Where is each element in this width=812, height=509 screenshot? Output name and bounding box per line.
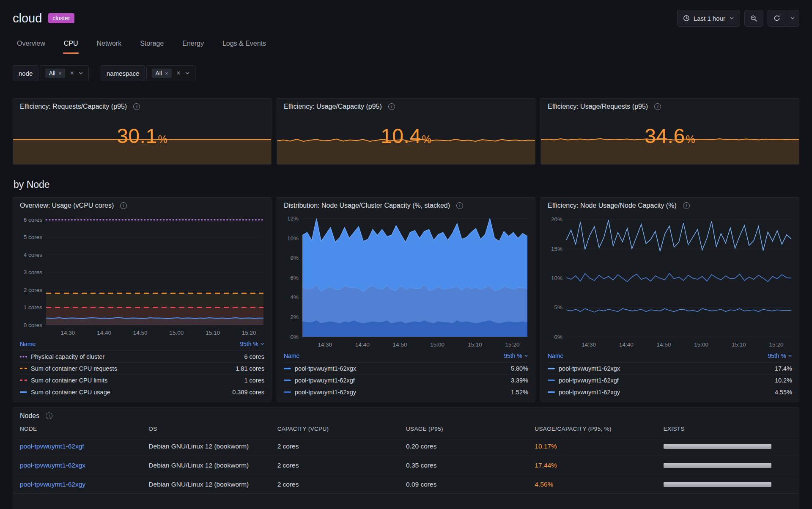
chart-panel: Efficiency: Node Usage/Node Capacity (%)… xyxy=(540,197,799,402)
svg-text:14:50: 14:50 xyxy=(393,341,407,348)
os-cell: Debian GNU/Linux 12 (bookworm) xyxy=(148,462,277,469)
series-value: 3.39% xyxy=(511,377,528,384)
series-name: Sum of container CPU usage xyxy=(31,389,110,396)
filter-value-box[interactable]: All× × xyxy=(146,65,195,81)
panel-title[interactable]: Nodes xyxy=(20,412,39,420)
info-icon[interactable]: i xyxy=(133,103,140,110)
legend-item[interactable]: pool-tpvwuymt1-62xgy 1.52% xyxy=(284,386,528,398)
series-name: pool-tpvwuymt1-62xgf xyxy=(295,377,355,384)
stat-value: 10.4% xyxy=(277,124,535,148)
info-icon[interactable]: i xyxy=(456,202,463,209)
filter-label[interactable]: node xyxy=(13,65,38,81)
tab-overview[interactable]: Overview xyxy=(16,35,46,54)
series-swatch xyxy=(548,391,555,393)
node-link[interactable]: pool-tpvwuymt1-62xgy xyxy=(20,481,85,488)
svg-text:14:30: 14:30 xyxy=(582,341,596,348)
clear-filter-icon[interactable]: × xyxy=(177,69,181,77)
filter-value-box[interactable]: All× × xyxy=(40,65,89,81)
overview-usage-chart[interactable]: 0 cores1 cores2 cores3 cores4 cores5 cor… xyxy=(15,210,269,338)
info-icon[interactable]: i xyxy=(46,413,52,419)
series-swatch xyxy=(20,391,27,393)
column-header[interactable]: NODE xyxy=(20,426,148,432)
panel-title[interactable]: Distribution: Node Usage/Cluster Capacit… xyxy=(284,202,450,209)
legend-sort-value[interactable]: 95th % xyxy=(240,341,264,347)
legend-sort-name[interactable]: Name xyxy=(20,341,36,347)
legend-sort-name[interactable]: Name xyxy=(548,352,563,359)
legend-item[interactable]: Sum of container CPU requests 1.81 cores xyxy=(20,362,264,374)
legend-sort-name[interactable]: Name xyxy=(284,352,299,359)
legend-item[interactable]: Physical capacity of cluster 6 cores xyxy=(20,350,264,362)
panel-title[interactable]: Efficiency: Requests/Capacity (p95) xyxy=(20,103,127,110)
refresh-interval-dropdown[interactable] xyxy=(786,10,799,27)
svg-text:14:30: 14:30 xyxy=(61,330,75,336)
info-icon[interactable]: i xyxy=(683,202,690,209)
legend-item[interactable]: pool-tpvwuymt1-62xgy 4.55% xyxy=(548,386,792,398)
svg-text:14:40: 14:40 xyxy=(355,341,370,348)
column-header[interactable]: CAPACITY (VCPU) xyxy=(277,426,406,432)
info-icon[interactable]: i xyxy=(654,103,661,110)
filter-tag[interactable]: All× xyxy=(152,69,171,78)
series-swatch xyxy=(548,380,555,381)
refresh-button[interactable] xyxy=(768,10,786,27)
tab-cpu[interactable]: CPU xyxy=(63,35,79,54)
legend-sort-value[interactable]: 95th % xyxy=(768,352,792,359)
column-header[interactable]: OS xyxy=(148,426,277,432)
remove-tag-icon[interactable]: × xyxy=(165,70,168,77)
distribution-stacked-chart[interactable]: 0%2%4%6%8%10%12%14:3014:4014:5015:0015:1… xyxy=(279,210,533,349)
panel-title[interactable]: Efficiency: Usage/Capacity (p95) xyxy=(284,103,382,110)
info-icon[interactable]: i xyxy=(388,103,395,110)
panel-title[interactable]: Efficiency: Node Usage/Node Capacity (%) xyxy=(548,202,677,209)
tab-storage[interactable]: Storage xyxy=(139,35,165,54)
exists-bar xyxy=(664,444,772,449)
clear-filter-icon[interactable]: × xyxy=(70,69,74,77)
column-header[interactable]: USAGE/CAPACITY (P95, %) xyxy=(535,426,663,432)
info-icon[interactable]: i xyxy=(120,202,127,209)
tab-network[interactable]: Network xyxy=(96,35,122,54)
usage-capacity-cell: 10.17% xyxy=(535,443,663,450)
filter-tag[interactable]: All× xyxy=(45,69,65,78)
svg-text:14:30: 14:30 xyxy=(318,341,332,348)
panel-title[interactable]: Overview: Usage (vCPU cores) xyxy=(20,202,114,209)
tab-energy[interactable]: Energy xyxy=(181,35,205,54)
os-cell: Debian GNU/Linux 12 (bookworm) xyxy=(148,443,277,450)
legend-item[interactable]: pool-tpvwuymt1-62xgf 10.2% xyxy=(548,374,792,386)
legend-item[interactable]: pool-tpvwuymt1-62xgf 3.39% xyxy=(284,374,528,386)
svg-text:15:20: 15:20 xyxy=(505,341,520,348)
svg-text:2 cores: 2 cores xyxy=(24,287,43,293)
table-row: pool-tpvwuymt1-62xgy Debian GNU/Linux 12… xyxy=(13,475,799,494)
column-header[interactable]: USAGE (P95) xyxy=(406,426,535,432)
node-link[interactable]: pool-tpvwuymt1-62xgf xyxy=(20,443,84,450)
time-range-label: Last 1 hour xyxy=(694,15,725,22)
svg-text:15:10: 15:10 xyxy=(732,341,746,348)
series-swatch xyxy=(284,391,291,393)
svg-text:5 cores: 5 cores xyxy=(24,234,43,240)
panel-title[interactable]: Efficiency: Usage/Requests (p95) xyxy=(548,103,648,110)
svg-text:15:10: 15:10 xyxy=(206,330,220,336)
tab-bar: OverviewCPUNetworkStorageEnergyLogs & Ev… xyxy=(13,35,799,54)
series-name: pool-tpvwuymt1-62xgf xyxy=(559,377,619,384)
svg-text:6%: 6% xyxy=(290,275,299,281)
series-name: pool-tpvwuymt1-62xgx xyxy=(559,365,620,372)
legend-sort-value[interactable]: 95th % xyxy=(504,352,528,359)
chevron-down-icon xyxy=(524,354,528,358)
zoom-out-button[interactable] xyxy=(744,10,763,27)
svg-text:20%: 20% xyxy=(551,216,562,223)
toolbar: Last 1 hour xyxy=(677,10,799,27)
column-header[interactable]: EXISTS xyxy=(664,426,792,432)
efficiency-nodes-chart[interactable]: 0%5%10%15%20%14:3014:4014:5015:0015:1015… xyxy=(543,210,797,349)
node-link[interactable]: pool-tpvwuymt1-62xgx xyxy=(20,462,85,469)
legend-item[interactable]: pool-tpvwuymt1-62xgx 5.80% xyxy=(284,362,528,374)
tab-logs-events[interactable]: Logs & Events xyxy=(222,35,267,54)
legend-item[interactable]: Sum of container CPU limits 1 cores xyxy=(20,374,264,386)
legend-item[interactable]: pool-tpvwuymt1-62xgx 17.4% xyxy=(548,362,792,374)
series-value: 1.52% xyxy=(511,389,528,396)
legend-item[interactable]: Sum of container CPU usage 0.389 cores xyxy=(20,386,264,398)
series-swatch xyxy=(20,380,27,381)
time-range-picker[interactable]: Last 1 hour xyxy=(677,10,740,27)
capacity-cell: 2 cores xyxy=(277,462,406,469)
header: cloud cluster Last 1 hour xyxy=(13,0,799,28)
exists-cell xyxy=(664,482,792,487)
svg-text:10%: 10% xyxy=(287,235,299,242)
filter-label[interactable]: namespace xyxy=(101,65,145,81)
remove-tag-icon[interactable]: × xyxy=(58,70,62,77)
